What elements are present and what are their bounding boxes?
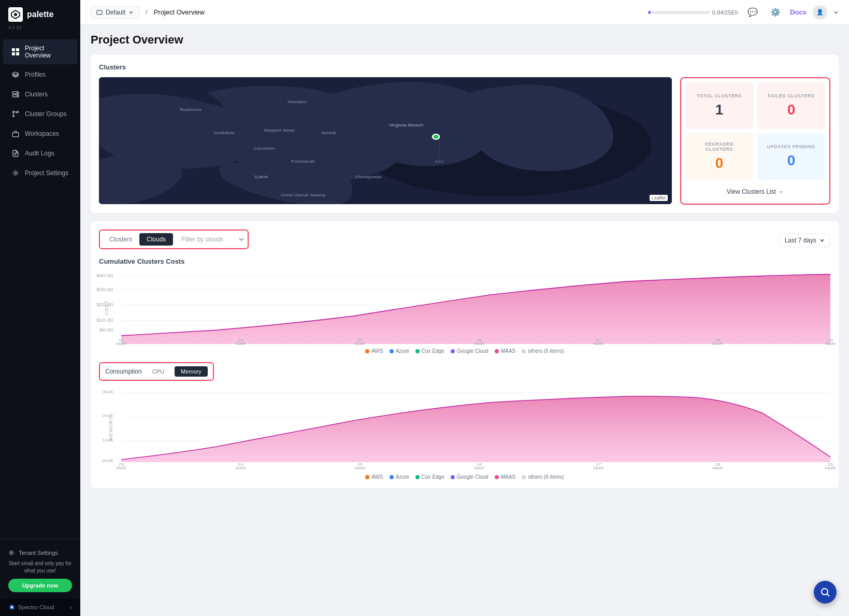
svg-point-82 — [822, 589, 828, 595]
failed-clusters-value: 0 — [787, 102, 796, 118]
clusters-row: Rushmore Hampton Smithfield Newport News… — [99, 77, 830, 205]
svg-text:MAR: MAR — [355, 341, 365, 346]
settings-icon — [11, 169, 20, 177]
stat-failed-clusters: FAILED CLUSTERS 0 — [757, 82, 825, 129]
docs-button[interactable]: Docs — [790, 4, 807, 21]
breadcrumb-separator: / — [146, 8, 148, 16]
page-title: Project Overview — [91, 33, 839, 47]
sidebar-label-project-settings: Project Settings — [25, 169, 68, 177]
sidebar-logo: palette — [0, 0, 80, 25]
time-filter-dropdown[interactable]: Last 7 days — [779, 234, 830, 247]
memory-button[interactable]: Memory — [175, 366, 208, 377]
svg-text:Newport News: Newport News — [264, 128, 295, 133]
file-text-icon — [11, 149, 20, 157]
git-branch-icon — [11, 110, 20, 118]
tab-clusters-button[interactable]: Clusters — [102, 233, 139, 246]
clusters-section-title: Clusters — [99, 63, 830, 71]
svg-point-16 — [15, 172, 17, 174]
sidebar-item-profiles[interactable]: Profiles — [3, 65, 77, 84]
svg-text:2GB: 2GB — [102, 413, 113, 418]
svg-text:$40.00: $40.00 — [96, 273, 113, 278]
cost-chart-section: Clusters Clouds Filter by clouds Last 7 … — [91, 221, 839, 488]
mem-legend-maas: MAAS — [495, 474, 515, 480]
sidebar-item-project-overview[interactable]: Project Overview — [3, 39, 77, 64]
svg-point-19 — [11, 606, 13, 608]
map-svg: Rushmore Hampton Smithfield Newport News… — [99, 77, 672, 204]
mem-legend-maas-label: MAAS — [501, 474, 515, 480]
svg-rect-5 — [16, 52, 19, 55]
svg-text:MAR: MAR — [593, 466, 604, 470]
sidebar: palette 4.2.13 Project Overview Profiles — [0, 0, 80, 616]
cluster-map: Rushmore Hampton Smithfield Newport News… — [99, 77, 672, 204]
tab-clouds-button[interactable]: Clouds — [139, 233, 173, 246]
workspace-selector[interactable]: Default — [91, 6, 139, 19]
sidebar-nav: Project Overview Profiles Clusters — [0, 36, 80, 539]
sidebar-item-clusters[interactable]: Clusters — [3, 85, 77, 104]
svg-text:Virginia Beach: Virginia Beach — [389, 123, 424, 127]
leaflet-badge: Leaflet — [650, 195, 668, 201]
svg-text:MAR: MAR — [474, 341, 484, 346]
svg-text:MAR: MAR — [825, 341, 836, 346]
svg-text:MAR: MAR — [235, 341, 246, 346]
sidebar-label-audit-logs: Audit Logs — [25, 150, 54, 157]
workspace-icon — [96, 9, 103, 16]
svg-point-36 — [433, 134, 439, 139]
svg-point-8 — [17, 92, 18, 93]
mem-legend-others-dot — [522, 475, 526, 479]
mem-legend-aws-dot — [365, 475, 369, 479]
version-label: 4.2.13 — [0, 25, 80, 36]
legend-google-cloud: Google Cloud — [451, 348, 488, 354]
memory-chart-area: 3GB 2GB 1GB 0GB — [114, 387, 830, 470]
degraded-clusters-value: 0 — [715, 155, 724, 171]
mem-legend-azure: Azure — [390, 474, 409, 480]
svg-text:$30.00: $30.00 — [96, 287, 113, 292]
logo-icon — [8, 7, 23, 22]
sidebar-item-workspaces[interactable]: Workspaces — [3, 124, 77, 143]
mem-legend-aws-label: AWS — [371, 474, 383, 480]
consumption-controls: Consumption CPU Memory — [99, 362, 214, 381]
cloud-tabs: Clusters Clouds Filter by clouds — [99, 230, 249, 249]
svg-rect-13 — [12, 133, 19, 137]
user-dropdown-icon — [833, 10, 839, 15]
svg-text:Smithfield: Smithfield — [213, 131, 234, 135]
view-clusters-link[interactable]: View Clusters List → — [685, 184, 825, 199]
legend-others-label: others (6 items) — [528, 348, 564, 354]
collapse-icon[interactable]: ‹ — [70, 604, 72, 610]
legend-azure: Azure — [390, 348, 409, 354]
sidebar-item-project-settings[interactable]: Project Settings — [3, 164, 77, 182]
degraded-clusters-label: DEGRADED CLUSTERS — [692, 141, 747, 152]
legend-aws-dot — [365, 349, 369, 353]
svg-rect-20 — [97, 10, 102, 15]
svg-text:MAR: MAR — [355, 466, 366, 470]
user-avatar[interactable]: 👤 — [813, 5, 827, 20]
workspace-dropdown-icon — [128, 10, 134, 15]
settings-topbar-button[interactable]: ⚙️ — [767, 4, 784, 21]
mem-legend-google-label: Google Cloud — [457, 474, 488, 480]
mem-legend-cox-edge: Cox Edge — [415, 474, 444, 480]
stat-pending-updates: UPDATES PENDING 0 — [757, 133, 825, 180]
tenant-settings-label: Tenant Settings — [19, 550, 58, 556]
svg-line-83 — [827, 594, 830, 597]
svg-text:1GB: 1GB — [102, 438, 113, 442]
search-fab-button[interactable] — [814, 581, 837, 604]
cloud-filter-select[interactable]: Filter by clouds — [173, 233, 246, 246]
memory-chart-legend: AWS Azure Cox Edge Google Cloud — [99, 474, 830, 480]
tenant-settings-link[interactable]: Tenant Settings — [8, 546, 72, 560]
sidebar-item-cluster-groups[interactable]: Cluster Groups — [3, 105, 77, 123]
topbar: Default / Project Overview 0.94/25Eh 💬 ⚙… — [80, 0, 849, 25]
svg-text:Portsmouth: Portsmouth — [291, 160, 315, 164]
legend-maas: MAAS — [495, 348, 515, 354]
logo-text: palette — [27, 10, 54, 19]
mem-legend-others-label: others (6 items) — [528, 474, 564, 480]
chat-button[interactable]: 💬 — [744, 4, 761, 21]
svg-text:MAR: MAR — [474, 466, 485, 470]
cpu-button[interactable]: CPU — [146, 366, 170, 377]
cost-chart-svg: $40.00 $30.00 $20.00 $10.00 $6.00 — [114, 271, 830, 344]
memory-chart-svg: 3GB 2GB 1GB 0GB — [114, 387, 830, 470]
sidebar-item-audit-logs[interactable]: Audit Logs — [3, 144, 77, 163]
cluster-stats-grid: TOTAL CLUSTERS 1 FAILED CLUSTERS 0 DEGRA… — [680, 77, 830, 205]
cost-chart-title: Cumulative Clusters Costs — [99, 257, 830, 265]
svg-text:NTU: NTU — [435, 160, 443, 163]
svg-text:MAR: MAR — [713, 341, 723, 346]
upgrade-button[interactable]: Upgrade now — [8, 579, 72, 592]
